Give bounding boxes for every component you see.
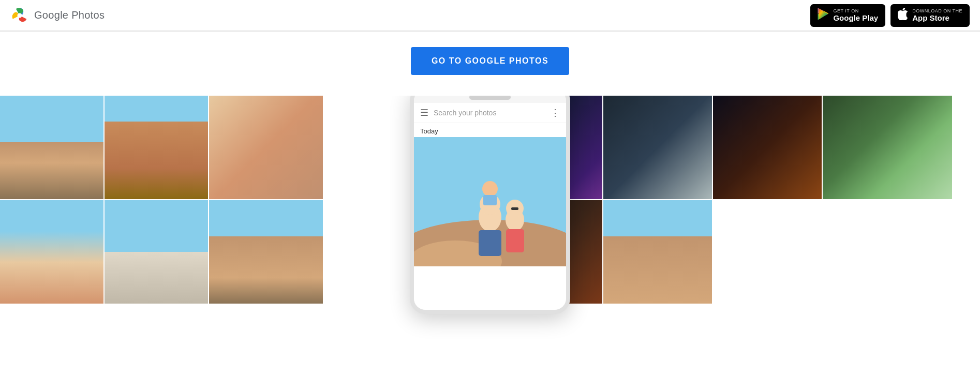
left-photo-grid [0,96,321,344]
phone-menu-icon: ☰ [420,107,428,118]
header: Google Photos [0,0,980,31]
logo-area: Google Photos [10,6,105,25]
photo-sitting-rocks [209,200,323,304]
phone-mockup: ☰ Search your photos ⋮ Today [410,96,570,314]
store-buttons: GET IT ON Google Play Download on the Ap… [810,4,970,27]
phone-more-icon: ⋮ [551,107,560,118]
go-to-google-photos-button[interactable]: GO TO GOOGLE PHOTOS [411,47,569,75]
svg-rect-12 [483,195,497,205]
photo-couple-selfie [0,200,103,304]
phone-search-placeholder: Search your photos [434,109,545,117]
photo-man-truck [603,200,712,304]
google-play-main-label: Google Play [833,13,878,23]
photo-man-sitting [603,96,712,199]
google-pinwheel-icon [10,6,29,25]
svg-point-0 [18,13,22,18]
google-play-button[interactable]: GET IT ON Google Play [810,4,885,27]
phone-screen: ☰ Search your photos ⋮ Today [414,103,566,310]
phone-family-photo-svg [414,137,566,266]
svg-rect-13 [511,207,518,210]
photo-boy-selfie [209,96,323,199]
svg-rect-6 [479,230,501,256]
photo-tent [823,96,952,199]
apple-icon [898,8,908,23]
apple-logo-icon [898,8,908,20]
photo-family-fire [713,96,822,199]
phone-main-photo [414,137,566,266]
svg-point-11 [482,181,498,197]
google-play-icon [818,8,829,23]
play-triangle-icon [818,8,829,20]
photo-section: ☰ Search your photos ⋮ Today [0,96,980,344]
google-play-text: GET IT ON Google Play [833,8,878,23]
logo-text: Google Photos [34,9,105,21]
phone-today-label: Today [414,123,566,137]
app-store-main-label: App Store [912,13,962,23]
photo-telescope [105,200,208,304]
phone-notch [469,96,511,100]
app-store-button[interactable]: Download on the App Store [890,4,970,27]
photo-red-rocks [105,96,208,199]
google-play-pre-label: GET IT ON [833,8,878,13]
hero-section: GO TO GOOGLE PHOTOS [0,32,980,96]
svg-marker-1 [819,8,828,20]
svg-rect-9 [506,229,524,252]
phone-search-bar: ☰ Search your photos ⋮ [414,103,566,123]
photo-desert-walk [0,96,103,199]
app-store-pre-label: Download on the [912,8,962,13]
app-store-text: Download on the App Store [912,8,962,23]
phone-top-bar [414,96,566,103]
